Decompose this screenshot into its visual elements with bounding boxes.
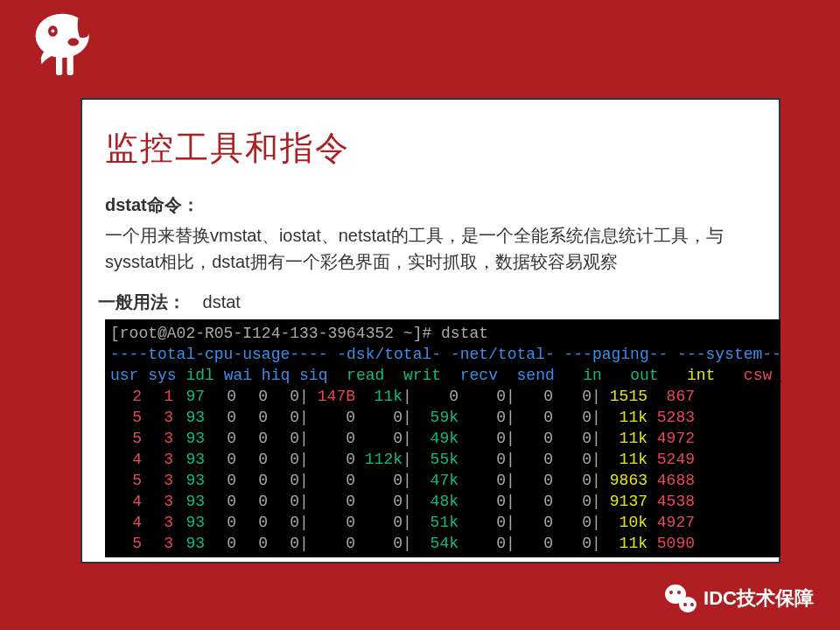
wechat-icon [665, 583, 696, 614]
terminal-output: [root@A02-R05-I124-133-3964352 ~]# dstat… [105, 319, 780, 557]
table-row: 5393000|00|54k0|00|11k5090 [110, 533, 775, 554]
svg-point-3 [68, 38, 80, 46]
table-row: 4393000|00|48k0|00|91374538 [110, 491, 775, 512]
table-row: 4393000|0112k|55k0|00|11k5249 [110, 449, 775, 470]
terminal-header-groups: ----total-cpu-usage---- -dsk/total- -net… [110, 344, 775, 365]
svg-point-2 [51, 30, 54, 33]
terminal-rows: 2197000|147B11k|00|00|15158675393000|00|… [110, 386, 775, 554]
terminal-prompt: [root@A02-R05-I124-133-3964352 ~]# dstat [110, 323, 775, 344]
content-card: 监控工具和指令 dstat命令： 一个用来替换vmstat、iostat、net… [80, 98, 780, 564]
jd-dog-logo [24, 7, 103, 79]
svg-rect-5 [67, 55, 74, 75]
usage-line: 一般用法： dstat [98, 290, 756, 314]
description-text: 一个用来替换vmstat、iostat、netstat的工具，是一个全能系统信息… [105, 222, 756, 275]
table-row: 5393000|00|49k0|00|11k4972 [110, 428, 775, 449]
svg-rect-4 [56, 55, 62, 75]
slide-header [0, 0, 840, 94]
table-row: 2197000|147B11k|00|00|1515867 [110, 386, 775, 407]
table-row: 5393000|00|59k0|00|11k5283 [110, 407, 775, 428]
footer-brand: IDC技术保障 [665, 583, 814, 614]
footer-text: IDC技术保障 [704, 585, 814, 612]
command-label: dstat命令： [105, 193, 756, 217]
table-row: 5393000|00|47k0|00|98634688 [110, 470, 775, 491]
terminal-column-labels: usr sys idl wai hiq siq| read writ| recv… [110, 365, 775, 386]
slide-title: 监控工具和指令 [105, 126, 756, 171]
table-row: 4393000|00|51k0|00|10k4927 [110, 512, 775, 533]
usage-value: dstat [203, 292, 241, 312]
usage-label: 一般用法： [98, 292, 186, 312]
